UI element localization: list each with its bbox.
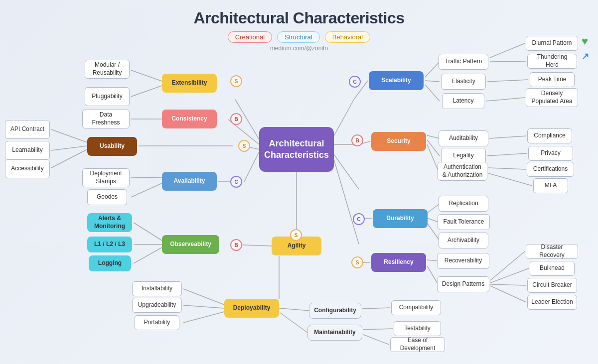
node-certifications: Certifications xyxy=(527,162,574,177)
subtitle: medium.com/@zonito xyxy=(0,45,598,52)
svg-line-48 xyxy=(490,251,525,280)
svg-line-4 xyxy=(244,152,259,182)
node-diurnalpattern: Diurnal Pattern xyxy=(526,36,578,51)
node-security: Security xyxy=(371,132,426,151)
node-designpatterns: Design Patterns xyxy=(437,276,489,292)
pill-structural: Structural xyxy=(277,31,320,43)
svg-line-37 xyxy=(427,140,440,156)
node-leaderelection: Leader Election xyxy=(527,295,577,310)
node-maintainability: Maintainability xyxy=(307,325,362,341)
svg-line-41 xyxy=(488,168,526,169)
node-peaktime: Peak Time xyxy=(530,72,575,87)
svg-line-49 xyxy=(490,268,529,283)
node-durability: Durability xyxy=(373,209,428,228)
svg-line-53 xyxy=(183,305,224,308)
pulse-icon: ♥ xyxy=(582,35,589,48)
circle-s-agility: S xyxy=(290,229,302,241)
node-usability: Usability xyxy=(87,137,137,156)
circle-s-usability: S xyxy=(238,140,250,152)
node-apicontract: API Contract xyxy=(5,120,50,139)
svg-line-42 xyxy=(488,173,532,186)
pill-behavioral: Behavioral xyxy=(325,31,370,43)
svg-line-57 xyxy=(362,308,390,309)
node-faulttolerance: Fault Tolerance xyxy=(438,214,490,230)
svg-line-39 xyxy=(489,136,526,138)
node-upgradeability: Upgradeability xyxy=(132,298,182,313)
node-pluggability: Pluggability xyxy=(85,87,130,106)
svg-line-54 xyxy=(183,312,224,323)
node-availability: Availability xyxy=(162,172,217,191)
node-logging: Logging xyxy=(89,255,131,271)
svg-line-59 xyxy=(363,335,389,345)
svg-line-38 xyxy=(427,144,439,171)
svg-line-29 xyxy=(425,62,440,77)
node-denselypop: Densely Populated Area xyxy=(526,88,578,107)
node-observeability: Observeability xyxy=(162,235,219,254)
svg-line-44 xyxy=(427,218,439,222)
node-disasterrecovery: Disaster Recovery xyxy=(526,244,578,259)
svg-line-10 xyxy=(334,100,354,136)
node-accessibility: Accessibility xyxy=(5,159,50,178)
svg-line-40 xyxy=(487,153,527,156)
node-deployability: Deployability xyxy=(224,299,279,318)
svg-line-19 xyxy=(131,86,162,97)
svg-line-25 xyxy=(131,183,162,197)
node-recoverability: Recoverability xyxy=(437,253,489,269)
node-latency: Latency xyxy=(442,93,484,109)
node-compatibility: Compatibility xyxy=(391,300,441,315)
svg-line-21 xyxy=(51,129,87,142)
svg-line-30 xyxy=(425,81,440,82)
page-title: Architectural Characteristics xyxy=(0,0,598,27)
node-consistency: Consistency xyxy=(162,110,217,128)
node-compliance: Compliance xyxy=(527,128,572,143)
pill-creational: Creational xyxy=(228,31,272,43)
pills-row: Creational Structural Behavioral xyxy=(0,31,598,43)
arrow-icon: ↗ xyxy=(582,51,589,62)
svg-line-22 xyxy=(51,146,87,150)
svg-line-58 xyxy=(363,329,393,330)
node-learnability: Learnability xyxy=(5,141,50,160)
svg-line-18 xyxy=(131,70,162,81)
circle-c-durability: C xyxy=(353,213,365,225)
node-alerts: Alerts & Monitoring xyxy=(87,213,132,232)
svg-line-31 xyxy=(425,85,440,101)
svg-line-35 xyxy=(486,98,525,101)
svg-line-28 xyxy=(134,247,162,263)
node-testability: Testability xyxy=(394,321,441,336)
circle-b-observeability: B xyxy=(230,239,242,251)
node-modular: Modular / Reusability xyxy=(85,60,130,79)
page: Architectural Characteristics Creational… xyxy=(0,0,598,364)
node-extensibility: Extensibility xyxy=(162,74,217,93)
svg-line-55 xyxy=(280,308,310,311)
node-bulkhead: Bulkhead xyxy=(530,261,575,276)
svg-line-16 xyxy=(334,159,359,244)
node-datafreshness: Data Freshness xyxy=(82,110,130,128)
node-authauthz: Authentication & Authorization xyxy=(438,162,487,181)
node-installability: Installability xyxy=(132,281,182,296)
circle-b-security: B xyxy=(351,134,363,146)
icon-topright: ♥ ↗ xyxy=(582,35,589,62)
circle-s-extensibility: S xyxy=(230,75,242,87)
svg-line-14 xyxy=(334,154,359,189)
circle-c-availability: C xyxy=(230,176,242,188)
node-replication: Replication xyxy=(439,196,488,212)
node-configurability: Configurability xyxy=(309,303,361,319)
node-portability: Portability xyxy=(135,315,179,330)
svg-line-34 xyxy=(487,80,528,82)
circle-c-scalability: C xyxy=(349,76,361,88)
node-privacy: Privacy xyxy=(528,146,573,161)
svg-line-23 xyxy=(51,149,87,168)
svg-line-51 xyxy=(490,286,526,302)
node-mfa: MFA xyxy=(533,178,568,193)
node-easeofdev: Ease of Development xyxy=(390,337,445,352)
node-depstamps: Deployment Stamps xyxy=(82,168,130,187)
svg-line-26 xyxy=(134,223,162,241)
node-thunderingherd: Thundering Herd xyxy=(527,54,577,69)
svg-line-33 xyxy=(490,61,526,62)
svg-line-52 xyxy=(183,289,224,305)
node-trafficpattern: Traffic Pattern xyxy=(439,54,488,70)
svg-line-36 xyxy=(427,135,440,138)
node-geodes: Geodes xyxy=(87,189,127,205)
node-l1l2l3: L1 / L2 / L3 xyxy=(87,237,132,252)
node-center: Architectural Characteristics xyxy=(259,127,334,172)
